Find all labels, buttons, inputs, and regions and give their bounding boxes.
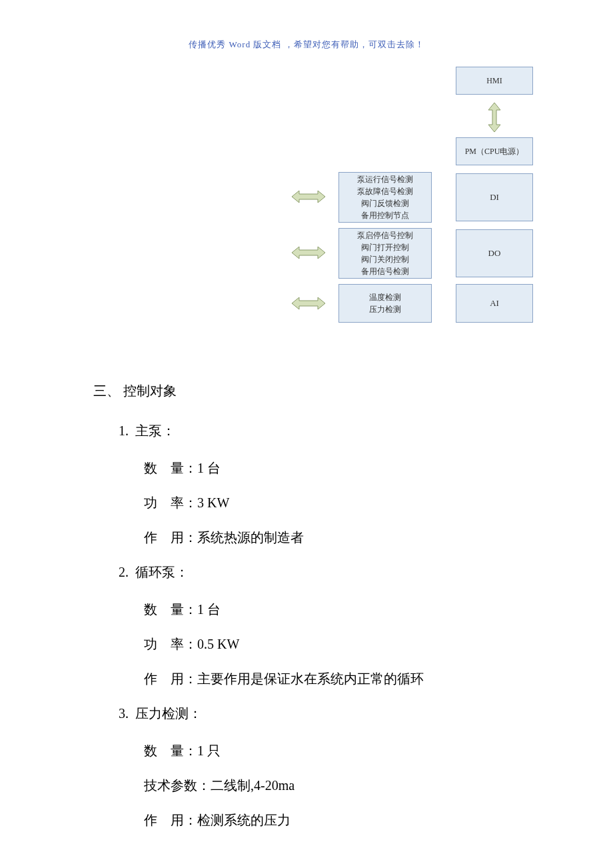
detail-value: 主要作用是保证水在系统内正常的循环	[197, 671, 424, 686]
detail-value: 检测系统的压力	[197, 813, 291, 827]
detail-label: 功 率：	[144, 495, 197, 510]
detail-value: 3 KW	[197, 495, 229, 510]
di-line: 备用控制节点	[361, 209, 409, 221]
item-name: 压力检测：	[135, 706, 202, 721]
detail-label: 数 量：	[144, 461, 197, 475]
detail-value: 1 台	[197, 602, 221, 617]
do-line: 阀门关闭控制	[361, 253, 409, 265]
arrow-horizontal-icon	[292, 244, 325, 261]
item-num: 1.	[119, 423, 129, 438]
item-detail: 作 用：检测系统的压力	[144, 803, 520, 837]
svg-marker-0	[488, 103, 500, 132]
box-do-left: 泵启停信号控制 阀门打开控制 阀门关闭控制 备用信号检测	[338, 228, 432, 279]
detail-label: 技术参数：	[144, 778, 211, 793]
detail-value: 1 台	[197, 461, 221, 475]
item-detail: 数 量：1 只	[144, 733, 520, 768]
arrow-vertical-icon	[484, 103, 504, 132]
item-detail: 数 量：1 台	[144, 592, 520, 627]
detail-value: 二线制,4-20ma	[211, 778, 295, 793]
item-detail: 功 率：3 KW	[144, 485, 520, 520]
system-diagram: HMI PM（CPU电源） 泵运行信号检测 泵故障信号检测 阀门反馈检测 备用控…	[187, 67, 533, 328]
box-do-right: DO	[456, 229, 533, 277]
item-heading: 1. 主泵：	[119, 413, 520, 448]
detail-label: 作 用：	[144, 671, 197, 686]
detail-label: 数 量：	[144, 743, 197, 758]
di-line: 泵故障信号检测	[357, 185, 413, 197]
item-heading: 2. 循环泵：	[119, 555, 520, 589]
do-line: 泵启停信号控制	[357, 229, 413, 241]
box-ai-right: AI	[456, 284, 533, 323]
box-pm: PM（CPU电源）	[456, 137, 533, 165]
detail-value: 0.5 KW	[197, 637, 239, 651]
item-name: 循环泵：	[135, 565, 189, 579]
item-detail: 技术参数：二线制,4-20ma	[144, 768, 520, 803]
detail-value: 系统热源的制造者	[197, 530, 304, 545]
box-di-right: DI	[456, 173, 533, 221]
di-line: 阀门反馈检测	[361, 197, 409, 209]
item-detail: 作 用：系统热源的制造者	[144, 520, 520, 555]
box-di-left: 泵运行信号检测 泵故障信号检测 阀门反馈检测 备用控制节点	[338, 172, 432, 223]
svg-marker-3	[292, 297, 325, 309]
svg-marker-2	[292, 247, 325, 259]
section-title: 三、 控制对象	[93, 373, 520, 408]
item-detail: 作 用：主要作用是保证水在系统内正常的循环	[144, 661, 520, 696]
di-line: 泵运行信号检测	[357, 173, 413, 185]
item-num: 2.	[119, 565, 129, 579]
box-ai-left: 温度检测 压力检测	[338, 284, 432, 323]
content-body: 三、 控制对象 1. 主泵： 数 量：1 台 功 率：3 KW 作 用：系统热源…	[93, 373, 520, 837]
do-line: 阀门打开控制	[361, 241, 409, 253]
ai-line: 温度检测	[369, 291, 401, 303]
item-heading: 3. 压力检测：	[119, 696, 520, 731]
detail-label: 功 率：	[144, 637, 197, 651]
arrow-horizontal-icon	[292, 188, 325, 205]
svg-marker-1	[292, 191, 325, 203]
detail-value: 1 只	[197, 743, 221, 758]
item-detail: 数 量：1 台	[144, 451, 520, 485]
arrow-horizontal-icon	[292, 295, 325, 312]
item-name: 主泵：	[135, 423, 175, 438]
item-num: 3.	[119, 706, 129, 721]
box-hmi: HMI	[456, 67, 533, 95]
item-detail: 功 率：0.5 KW	[144, 627, 520, 661]
do-line: 备用信号检测	[361, 265, 409, 277]
detail-label: 作 用：	[144, 813, 197, 827]
ai-line: 压力检测	[369, 303, 401, 315]
header-note: 传播优秀 Word 版文档 ，希望对您有帮助，可双击去除！	[0, 39, 613, 51]
detail-label: 作 用：	[144, 530, 197, 545]
detail-label: 数 量：	[144, 602, 197, 617]
